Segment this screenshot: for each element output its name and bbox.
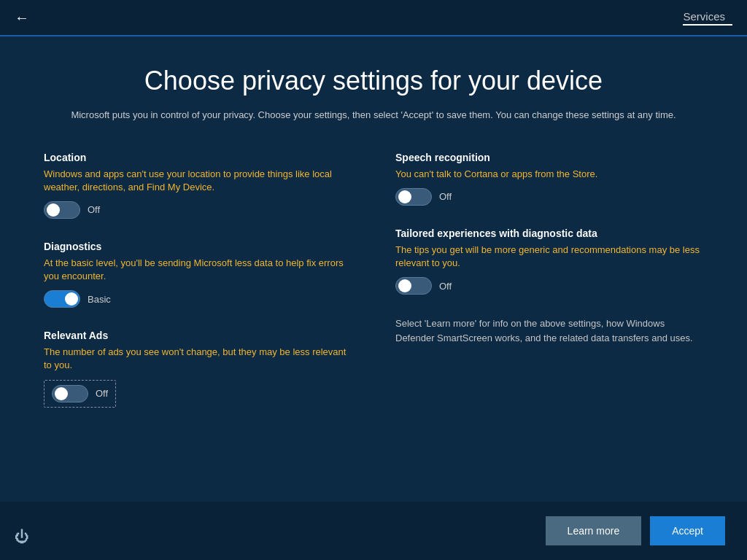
services-label: Services: [683, 10, 725, 23]
diagnostics-toggle[interactable]: [44, 290, 80, 308]
speech-recognition-toggle[interactable]: [395, 188, 432, 206]
speech-recognition-toggle-label: Off: [439, 191, 452, 202]
tailored-experiences-desc: The tips you get will be more generic an…: [395, 244, 703, 270]
speech-recognition-desc: You can't talk to Cortana or apps from t…: [395, 168, 703, 181]
learn-more-button[interactable]: Learn more: [546, 516, 642, 545]
left-column: Location Windows and apps can't use your…: [44, 152, 352, 429]
footer-power-area: ⏻: [15, 529, 29, 545]
tailored-experiences-toggle[interactable]: [395, 277, 432, 295]
relevant-ads-toggle-label: Off: [96, 388, 108, 399]
footer: ⏻ Learn more Accept: [0, 502, 747, 560]
services-tab[interactable]: Services: [683, 10, 732, 26]
relevant-ads-title: Relevant Ads: [44, 330, 352, 341]
relevant-ads-toggle-knob: [55, 387, 68, 400]
bottom-info-text: Select 'Learn more' for info on the abov…: [395, 316, 703, 345]
back-button[interactable]: ←: [15, 9, 29, 26]
location-toggle[interactable]: [44, 201, 80, 219]
setting-diagnostics: Diagnostics At the basic level, you'll b…: [44, 241, 352, 308]
relevant-ads-desc: The number of ads you see won't change, …: [44, 346, 352, 372]
location-toggle-label: Off: [88, 204, 100, 215]
diagnostics-toggle-knob: [65, 292, 78, 306]
speech-recognition-title: Speech recognition: [395, 152, 703, 163]
right-column: Speech recognition You can't talk to Cor…: [395, 152, 703, 429]
speech-recognition-toggle-row: Off: [395, 188, 703, 206]
tailored-experiences-toggle-label: Off: [439, 281, 452, 292]
relevant-ads-toggle[interactable]: [52, 385, 88, 402]
location-title: Location: [44, 152, 352, 163]
back-icon: ←: [15, 9, 29, 26]
diagnostics-title: Diagnostics: [44, 241, 352, 252]
tailored-experiences-toggle-knob: [398, 279, 411, 292]
page-subtitle: Microsoft puts you in control of your pr…: [60, 108, 687, 122]
diagnostics-toggle-row: Basic: [44, 290, 352, 308]
setting-tailored-experiences: Tailored experiences with diagnostic dat…: [395, 228, 703, 295]
location-desc: Windows and apps can't use your location…: [44, 168, 352, 194]
location-toggle-knob: [47, 203, 60, 217]
accept-button[interactable]: Accept: [650, 516, 725, 545]
setting-speech-recognition: Speech recognition You can't talk to Cor…: [395, 152, 703, 206]
page-title: Choose privacy settings for your device: [44, 66, 703, 96]
diagnostics-toggle-label: Basic: [88, 294, 111, 305]
bottom-info-item: Select 'Learn more' for info on the abov…: [395, 316, 703, 345]
main-content: Choose privacy settings for your device …: [0, 36, 747, 444]
tab-underline: [683, 24, 732, 26]
power-icon[interactable]: ⏻: [15, 529, 29, 545]
setting-location: Location Windows and apps can't use your…: [44, 152, 352, 219]
setting-relevant-ads: Relevant Ads The number of ads you see w…: [44, 330, 352, 407]
speech-recognition-toggle-knob: [398, 190, 411, 203]
relevant-ads-dashed-area[interactable]: Off: [44, 380, 116, 408]
settings-grid: Location Windows and apps can't use your…: [44, 152, 703, 429]
diagnostics-desc: At the basic level, you'll be sending Mi…: [44, 257, 352, 283]
tailored-experiences-title: Tailored experiences with diagnostic dat…: [395, 228, 703, 239]
location-toggle-row: Off: [44, 201, 352, 219]
tailored-experiences-toggle-row: Off: [395, 277, 703, 295]
topbar: ← Services: [0, 0, 747, 36]
